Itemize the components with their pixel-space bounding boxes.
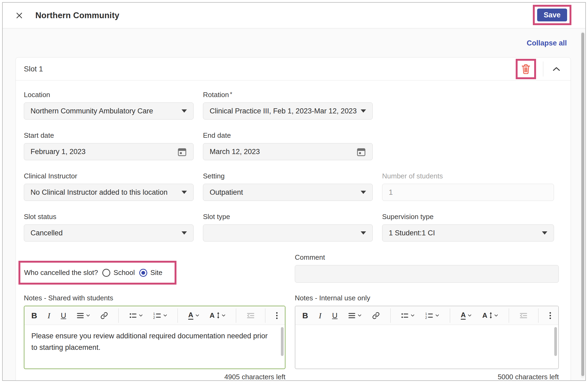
- save-button[interactable]: Save: [537, 9, 567, 21]
- chevron-down-icon: [435, 314, 439, 317]
- slot-type-label: Slot type: [203, 213, 373, 221]
- more-options-button[interactable]: [276, 312, 278, 320]
- radio-option-site[interactable]: Site: [139, 269, 163, 277]
- toolbar-divider: [265, 308, 265, 323]
- align-button[interactable]: [77, 312, 90, 319]
- font-size-button[interactable]: A: [482, 312, 498, 319]
- outdent-button[interactable]: [519, 312, 527, 319]
- font-size-button[interactable]: A: [210, 312, 225, 319]
- bullet-list-button[interactable]: [129, 312, 143, 319]
- calendar-icon[interactable]: [177, 147, 187, 156]
- setting-label: Setting: [203, 172, 373, 180]
- notes-internal-textarea[interactable]: [295, 325, 558, 369]
- chevron-down-icon: [358, 314, 361, 317]
- field-clinical-instructor: Clinical Instructor No Clinical Instruct…: [24, 172, 194, 201]
- slot-status-select[interactable]: Cancelled: [24, 224, 194, 242]
- comment-label: Comment: [295, 253, 559, 262]
- chevron-up-icon: [552, 67, 560, 71]
- page-scrollbar-thumb[interactable]: [581, 33, 584, 376]
- radio-selected-icon[interactable]: [139, 269, 147, 277]
- svg-text:2: 2: [425, 316, 427, 319]
- bold-button[interactable]: B: [302, 311, 308, 320]
- notes-internal-label: Notes - Internal use only: [295, 294, 559, 302]
- field-rotation: Rotation* Clinical Practice III, Feb 1, …: [203, 91, 373, 120]
- kebab-menu-icon: [549, 312, 551, 320]
- field-setting: Setting Outpatient: [203, 172, 373, 201]
- cancel-question-annotation-box: Who cancelled the slot? School Site: [18, 261, 176, 285]
- collapse-slot-button[interactable]: [550, 64, 563, 74]
- link-button[interactable]: [372, 312, 380, 319]
- editor-scrollbar[interactable]: [281, 327, 284, 356]
- notes-shared-label: Notes - Shared with students: [24, 294, 285, 302]
- save-annotation-box: Save: [533, 5, 571, 25]
- bold-button[interactable]: B: [31, 311, 37, 320]
- chevron-down-icon: [494, 314, 498, 317]
- underline-button[interactable]: U: [332, 311, 337, 320]
- italic-button[interactable]: I: [48, 311, 50, 320]
- number-of-students-input: 1: [382, 184, 554, 201]
- required-asterisk: *: [230, 91, 232, 97]
- outdent-icon: [247, 312, 255, 319]
- notes-shared-chars-left: 4905 characters left: [24, 373, 285, 381]
- link-button[interactable]: [100, 312, 108, 319]
- setting-select[interactable]: Outpatient: [203, 184, 373, 201]
- italic-button[interactable]: I: [319, 311, 321, 320]
- toolbar-divider: [509, 308, 509, 323]
- chevron-down-icon: [411, 314, 414, 317]
- toolbar-divider: [390, 308, 391, 323]
- toolbar-divider: [450, 308, 450, 323]
- page-scrollbar[interactable]: [581, 32, 585, 378]
- delete-annotation-box: [516, 59, 536, 79]
- chevron-down-icon: [195, 314, 199, 317]
- notes-shared-editor: B I U: [24, 306, 285, 369]
- more-options-button[interactable]: [549, 312, 551, 320]
- dropdown-caret-icon: [182, 191, 187, 194]
- numbered-list-button[interactable]: 12: [425, 312, 439, 319]
- delete-slot-button[interactable]: [520, 63, 532, 75]
- slot-form: Location Northern Community Ambulatory C…: [16, 81, 571, 381]
- font-size-arrows-icon: [217, 312, 220, 319]
- field-comment: Comment: [295, 253, 559, 283]
- supervision-type-label: Supervision type: [382, 213, 554, 221]
- collapse-all-link[interactable]: Collapse all: [527, 39, 567, 47]
- field-number-of-students: Number of students 1: [382, 172, 554, 201]
- dialog-header: Northern Community Save: [3, 3, 585, 28]
- notes-internal-group: Notes - Internal use only B I U: [295, 294, 559, 381]
- kebab-menu-icon: [276, 312, 278, 320]
- comment-input[interactable]: [295, 265, 559, 283]
- bullet-list-button[interactable]: [401, 312, 414, 319]
- toolbar-divider: [118, 308, 119, 323]
- rotation-select[interactable]: Clinical Practice III, Feb 1, 2023-Mar 1…: [203, 102, 373, 120]
- cancellation-row: Who cancelled the slot? School Site Comm…: [24, 253, 563, 294]
- clinical-instructor-select[interactable]: No Clinical Instructor added to this loc…: [24, 184, 194, 201]
- end-date-input[interactable]: March 12, 2023: [203, 143, 373, 160]
- outdent-button[interactable]: [247, 312, 255, 319]
- chevron-down-icon: [139, 314, 143, 317]
- calendar-icon[interactable]: [356, 147, 366, 156]
- font-color-button[interactable]: A: [461, 311, 472, 319]
- close-icon[interactable]: [14, 10, 25, 21]
- field-start-date: Start date February 1, 2023: [24, 131, 194, 160]
- numbered-list-button[interactable]: 12: [153, 312, 167, 319]
- toolbar-divider: [236, 308, 236, 323]
- trash-icon: [521, 63, 531, 75]
- supervision-type-select[interactable]: 1 Student:1 CI: [382, 224, 554, 242]
- notes-shared-textarea[interactable]: Please ensure you review additional requ…: [24, 325, 285, 369]
- chevron-down-icon: [222, 314, 225, 317]
- align-button[interactable]: [348, 312, 361, 319]
- start-date-input[interactable]: February 1, 2023: [24, 143, 194, 160]
- underline-button[interactable]: U: [61, 311, 66, 320]
- outdent-icon: [519, 312, 527, 319]
- chevron-down-icon: [163, 314, 167, 317]
- dropdown-caret-icon: [361, 231, 366, 235]
- radio-unselected-icon[interactable]: [102, 269, 110, 277]
- slot-title: Slot 1: [24, 65, 43, 73]
- notes-internal-editor: B I U: [295, 306, 559, 369]
- numbered-list-icon: 12: [153, 312, 161, 319]
- location-select[interactable]: Northern Community Ambulatory Care: [24, 102, 194, 120]
- editor-scrollbar[interactable]: [554, 327, 557, 356]
- radio-option-school[interactable]: School: [102, 269, 135, 277]
- font-color-button[interactable]: A: [188, 311, 199, 319]
- page-title: Northern Community: [35, 11, 119, 20]
- slot-type-select[interactable]: [203, 224, 373, 242]
